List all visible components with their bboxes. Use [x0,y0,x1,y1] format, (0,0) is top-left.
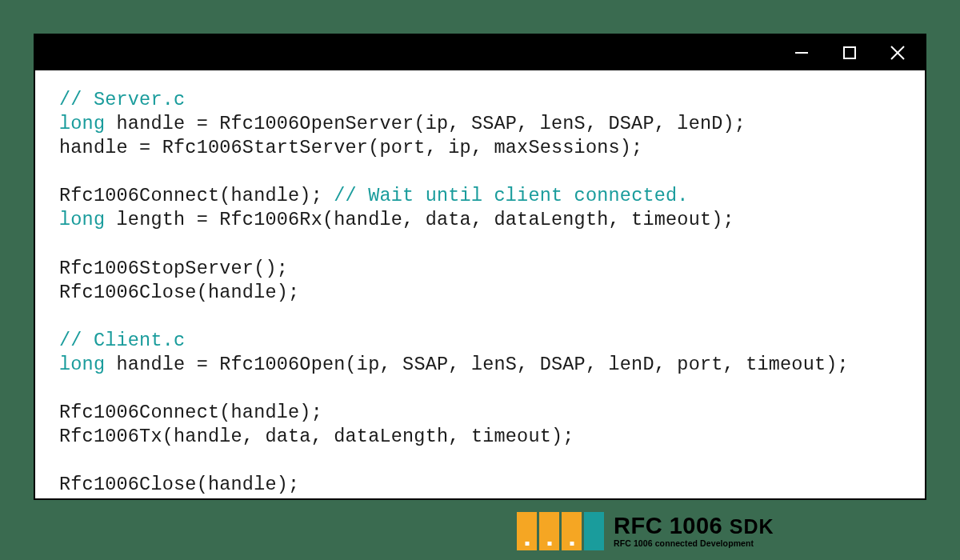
svg-rect-1 [844,47,855,58]
code-line: Rfc1006Connect(handle); // Wait until cl… [59,184,901,208]
logo-bar-3 [562,512,582,550]
code-line: long length = Rfc1006Rx(handle, data, da… [59,208,901,232]
code-line: Rfc1006Tx(handle, data, dataLength, time… [59,425,901,449]
logo-bar-4 [584,512,604,550]
code-content: // Server.clong handle = Rfc1006OpenServ… [35,70,925,514]
logo-bar-2 [539,512,559,550]
code-line [59,160,901,184]
code-line [59,232,901,256]
maximize-button[interactable] [830,35,869,70]
close-button[interactable] [878,35,917,70]
code-line [59,377,901,401]
code-line [59,305,901,329]
code-line: handle = Rfc1006StartServer(port, ip, ma… [59,136,901,160]
code-line: Rfc1006Close(handle); [59,281,901,305]
minimize-button[interactable] [782,35,821,70]
code-line: Rfc1006Close(handle); [59,473,901,497]
code-line [59,449,901,473]
code-line: // Server.c [59,88,901,112]
code-window: // Server.clong handle = Rfc1006OpenServ… [34,34,926,500]
logo-subtitle: RFC 1006 connected Development [614,539,774,548]
logo-bar-1 [517,512,537,550]
logo-mark [517,512,604,550]
footer-logo: RFC 1006 SDK RFC 1006 connected Developm… [517,512,774,550]
code-line: Rfc1006Connect(handle); [59,401,901,425]
logo-text: RFC 1006 SDK RFC 1006 connected Developm… [614,514,774,548]
logo-title-sdk: SDK [730,515,774,538]
code-line: Rfc1006StopServer(); [59,257,901,281]
logo-title: RFC 1006 SDK [614,514,774,538]
code-line: long handle = Rfc1006Open(ip, SSAP, lenS… [59,353,901,377]
code-line: // Client.c [59,329,901,353]
logo-title-main: RFC 1006 [614,513,730,538]
window-titlebar [35,35,925,70]
code-line: long handle = Rfc1006OpenServer(ip, SSAP… [59,112,901,136]
